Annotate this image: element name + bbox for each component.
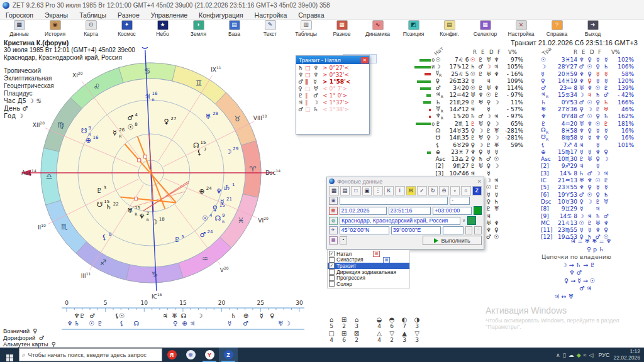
aspect-row[interactable]: ♀ □ ♅ < 0° 7'> xyxy=(296,85,369,92)
toolbar-button-[interactable]: ▦ Селектор xyxy=(467,20,503,39)
coord-down-button[interactable]: · xyxy=(474,226,482,234)
bg-tool-12[interactable]: ○ xyxy=(461,186,471,195)
background-data-dialog[interactable]: Фоновые данные ✕ ▦▤□▣⋮KIЖ✓↻⊖∘○Z ▣ - ▦ 21… xyxy=(326,177,484,250)
toolbar-button-[interactable]: ▦ Данные xyxy=(1,20,37,39)
bg-tool-8[interactable]: ✓ xyxy=(417,186,427,195)
checkbox[interactable]: ✓ xyxy=(329,251,335,256)
menu-item-управление[interactable]: Управление xyxy=(145,11,193,19)
chart-type-option-натал[interactable]: ✓ Натал▦ xyxy=(328,251,409,257)
transit-row-[5][interactable]: [5]23♓55♆♀☿☿ xyxy=(541,184,636,191)
place-select[interactable]: Краснодар, Краснодарский край, Россия xyxy=(340,217,460,225)
aspect-row[interactable]: ♆ □ ♆ > 0°32'< xyxy=(296,71,369,78)
chart-type-option-соляр[interactable]: Соляр xyxy=(328,281,409,287)
transit-row-[2][interactable]: [2]9♐29♃☿ xyxy=(541,163,636,170)
transit-row-⊕[interactable]: ⊕15♍17☿☿♆♀ xyxy=(541,149,636,156)
toolbar-button-[interactable]: ▤ Конфиг. xyxy=(431,20,467,39)
bg-tool-10[interactable]: ⊖ xyxy=(439,186,449,195)
toolbar-button-[interactable]: ➜ Выход xyxy=(575,20,611,39)
menu-item-справка[interactable]: Справка xyxy=(292,11,330,19)
aspect-row[interactable]: ♃ ∥ ☽ < 1°37'> xyxy=(296,99,369,106)
aspects-dialog-titlebar[interactable]: Транзит - Натал ✕ xyxy=(296,56,369,64)
weather-app-icon[interactable]: ❋ xyxy=(181,348,200,362)
toolbar-button-[interactable]: ? Справка xyxy=(539,20,575,39)
natal-row-☿[interactable]: ☿R25♌ 5☉♇♅♆- 16% xyxy=(413,71,523,78)
natal-row-♂[interactable]: ♂3♌20☉♇♅♆114% xyxy=(413,85,523,92)
transit-row-IC[interactable]: IC21♒13♅♆☉♇ xyxy=(541,177,636,184)
transit-row-☊[interactable]: ☊R8♓58♆♀☿☿16% xyxy=(541,128,636,134)
natal-row-☊[interactable]: ☊14♉35♀☽♇♅-281% xyxy=(413,128,523,134)
bg-tool-5[interactable]: K xyxy=(384,186,394,195)
checkbox[interactable] xyxy=(329,275,335,281)
tray-icon-1[interactable]: ▯ xyxy=(563,352,566,358)
bg-tool-6[interactable]: I xyxy=(395,186,405,195)
transit-row-⚸[interactable]: ⚸7♐ 4♃☿101% xyxy=(541,142,636,149)
natal-row-♆[interactable]: ♆R1♑20♄♂☽♃- 97% xyxy=(413,113,523,120)
menu-item-таблицы[interactable]: Таблицы xyxy=(74,11,112,19)
tray-icon-3[interactable]: ◆ xyxy=(577,352,581,358)
transit-row-[6][interactable]: [6]19♈53♂☉♀♄ xyxy=(541,192,636,199)
coord-up-button[interactable]: · xyxy=(465,226,473,234)
transit-row-♃[interactable]: ♃R15♋34☽♃♄♂- 42% xyxy=(541,92,636,99)
transit-row-♇[interactable]: ♇4♒20♅♆☉♇181% xyxy=(541,121,636,128)
natal-row-♇[interactable]: о♇2♏ 1♇♅♀☽65% xyxy=(413,121,523,128)
bg-tool-0[interactable]: ▦ xyxy=(329,186,339,195)
natal-row-[2][interactable]: [2]9♏27♇♅♀☽ xyxy=(413,163,523,170)
bg-tool-4[interactable]: ⋮ xyxy=(373,186,383,195)
bg-dialog-titlebar[interactable]: Фоновые данные ✕ xyxy=(327,177,484,185)
time-input[interactable]: 23:51:16 xyxy=(389,207,431,215)
menu-item-настройка[interactable]: Настройка xyxy=(249,11,293,19)
language-indicator[interactable]: РУС xyxy=(598,352,609,358)
toolbar-button-[interactable]: ▥ Таблицы xyxy=(288,20,324,39)
toolbar-button-[interactable]: ∿ Динамика xyxy=(360,20,396,39)
close-icon[interactable]: ✕ xyxy=(361,57,369,63)
altitude-input[interactable] xyxy=(443,226,464,234)
menu-item-разное[interactable]: Разное xyxy=(112,11,145,19)
transit-row-♆[interactable]: ♆0♈48♂☉♀♄162% xyxy=(541,113,636,120)
toolbar-button-[interactable]: ⨯ Настройка xyxy=(503,20,539,39)
natal-row-♄[interactable]: ♄21♏29♇♅♀☽11% xyxy=(413,99,523,106)
toolbar-button-[interactable]: ◉ История xyxy=(37,20,73,39)
natal-row-⊕[interactable]: ⊕23♓ 7♆♀☿☿ xyxy=(413,149,523,156)
natal-row-☽[interactable]: и☽17♑12♄♂☽♃105% xyxy=(413,63,523,70)
zet-z-button[interactable]: Z xyxy=(472,186,482,195)
transit-row-[8][interactable]: [8]9♊29☿♃ xyxy=(541,206,636,212)
chart-type-option-синастрия[interactable]: Синастрия▦ xyxy=(328,257,409,263)
execute-button[interactable]: Выполнить xyxy=(423,236,482,245)
taskbar-search-input[interactable]: ⌕ Чтобы начать поиск, введите здесь запр… xyxy=(19,348,162,361)
bg-tool-11[interactable]: ∘ xyxy=(450,186,460,195)
chart-type-options-list[interactable]: ✓ Натал▦ Синастрия▦✓ Транзит Дирекция зо… xyxy=(327,250,410,288)
transit-natal-aspects-dialog[interactable]: Транзит - Натал ✕ ♄ □ ♆ > 0°27'<♆ □ ♆ > … xyxy=(296,55,370,134)
checkbox[interactable]: ✓ xyxy=(329,263,335,268)
yandex-app-icon[interactable]: Я xyxy=(162,348,181,362)
toolbar-button-[interactable]: ✎ Текст xyxy=(252,20,288,39)
natal-row-♃[interactable]: ♃R12♒42♅♆☉♇- 97% xyxy=(413,92,523,99)
toolbar-button-[interactable]: ⊙ Карта xyxy=(73,20,109,39)
aspect-row[interactable]: ♂ ∥ ☿ > 1°58'< xyxy=(296,78,369,85)
natal-row-⚸[interactable]: ⚸6♉29♀☽♇♅59% xyxy=(413,142,523,149)
event-name-input[interactable] xyxy=(340,197,448,205)
toolbar-button-[interactable]: ✦ Космос xyxy=(109,20,145,39)
yandex-browser-icon[interactable]: Y xyxy=(200,348,219,362)
menu-item-экраны[interactable]: Экраны xyxy=(39,11,74,19)
checkbox[interactable] xyxy=(329,281,335,287)
transit-row-Asc[interactable]: Asc10♏30♇♅♀☽ xyxy=(541,156,636,163)
event-type-select[interactable]: - xyxy=(450,197,470,205)
toolbar-button-[interactable]: ▦ Разное xyxy=(324,20,360,39)
transit-row-☉[interactable]: ☉3♓14♆♀☿☿102% xyxy=(541,57,636,63)
transit-row-[11][interactable]: [11]23♍55☿☿♆♀ xyxy=(541,227,636,234)
now-button[interactable] xyxy=(474,206,482,215)
natal-row-♅[interactable]: ♅R14♐12♃☿- 57% xyxy=(413,106,523,113)
natal-row-Asc[interactable]: Asc13♎ 2♀♄♂☉ xyxy=(413,156,523,163)
transit-row-☿[interactable]: ☿20♓59♆♀☿☿58% xyxy=(541,71,636,78)
menu-item-гороскоп[interactable]: Гороскоп xyxy=(0,11,39,19)
longitude-input[interactable]: 39°00'00"E xyxy=(391,226,441,234)
tray-icon-4[interactable]: ≈ xyxy=(584,352,587,358)
aspect-row[interactable]: ♂ □ ♄ < 1°38'> xyxy=(296,106,369,112)
transit-row-♅[interactable]: ♅27♉36♀☽♇♅46% xyxy=(541,106,636,113)
bg-tool-7[interactable]: Ж xyxy=(406,186,416,195)
transit-row-Dsc[interactable]: Dsc10♉30♀☽♇♅ xyxy=(541,199,636,206)
transit-row-[3][interactable]: [3]14♑ 8♄♂☽♃ xyxy=(541,170,636,177)
dot-toggle-button[interactable]: ▪ xyxy=(340,236,347,244)
transit-row-♄[interactable]: ♄0♈53♂☉♀♄166% xyxy=(541,99,636,106)
menu-item-конфигурация[interactable]: Конфигурация xyxy=(193,11,248,19)
